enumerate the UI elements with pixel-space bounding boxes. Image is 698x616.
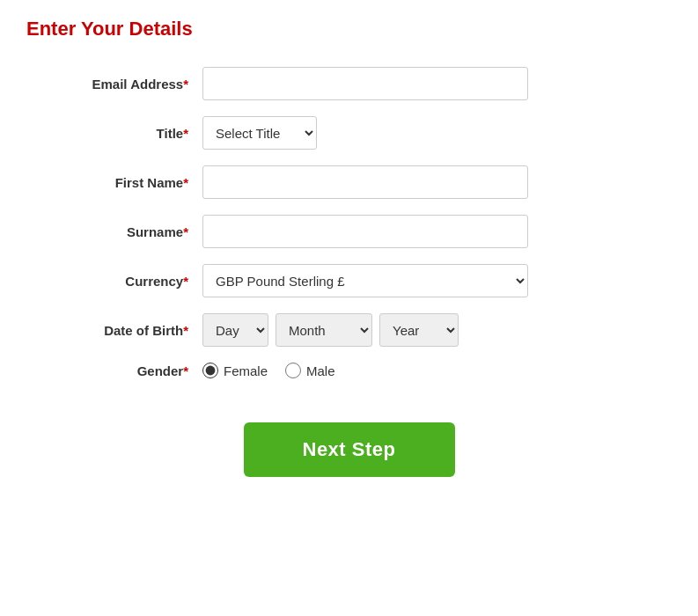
title-select[interactable]: Select Title Mr Mrs Miss Ms Dr	[202, 116, 317, 150]
email-input[interactable]	[202, 67, 528, 100]
title-label: Title*	[26, 126, 202, 141]
dob-container: Day 12345 678910 1112131415 1617181920 2…	[202, 313, 459, 347]
firstname-row: First Name*	[26, 165, 660, 199]
gender-male-radio[interactable]	[285, 363, 301, 378]
email-row: Email Address*	[26, 67, 660, 100]
currency-label: Currency*	[26, 274, 202, 289]
gender-male-text: Male	[306, 363, 335, 378]
title-row: Title* Select Title Mr Mrs Miss Ms Dr	[26, 116, 660, 150]
next-step-button[interactable]: Next Step	[244, 422, 455, 477]
page-title: Enter Your Details	[26, 18, 672, 40]
dob-month-select[interactable]: Month JanuaryFebruaryMarch AprilMayJune …	[276, 313, 372, 347]
surname-label: Surname*	[26, 224, 202, 239]
gender-male-label[interactable]: Male	[285, 363, 335, 378]
dob-day-select[interactable]: Day 12345 678910 1112131415 1617181920 2…	[202, 313, 268, 347]
surname-input[interactable]	[202, 215, 528, 248]
currency-row: Currency* GBP Pound Sterling £ USD US Do…	[26, 264, 660, 297]
form-container: Email Address* Title* Select Title Mr Mr…	[26, 67, 672, 378]
currency-select[interactable]: GBP Pound Sterling £ USD US Dollar $ EUR…	[202, 264, 528, 297]
dob-year-select[interactable]: Year 2005200019951990 1985198019751970 1…	[379, 313, 459, 347]
surname-row: Surname*	[26, 215, 660, 248]
gender-label: Gender*	[26, 363, 202, 378]
firstname-input[interactable]	[202, 165, 528, 199]
dob-label: Date of Birth*	[26, 323, 202, 338]
dob-row: Date of Birth* Day 12345 678910 11121314…	[26, 313, 660, 347]
button-row: Next Step	[26, 422, 672, 477]
gender-container: Female Male	[202, 363, 335, 378]
gender-row: Gender* Female Male	[26, 363, 660, 378]
email-label: Email Address*	[26, 77, 202, 92]
gender-female-label[interactable]: Female	[202, 363, 268, 378]
gender-female-text: Female	[224, 363, 268, 378]
firstname-label: First Name*	[26, 175, 202, 190]
gender-female-radio[interactable]	[202, 363, 218, 378]
